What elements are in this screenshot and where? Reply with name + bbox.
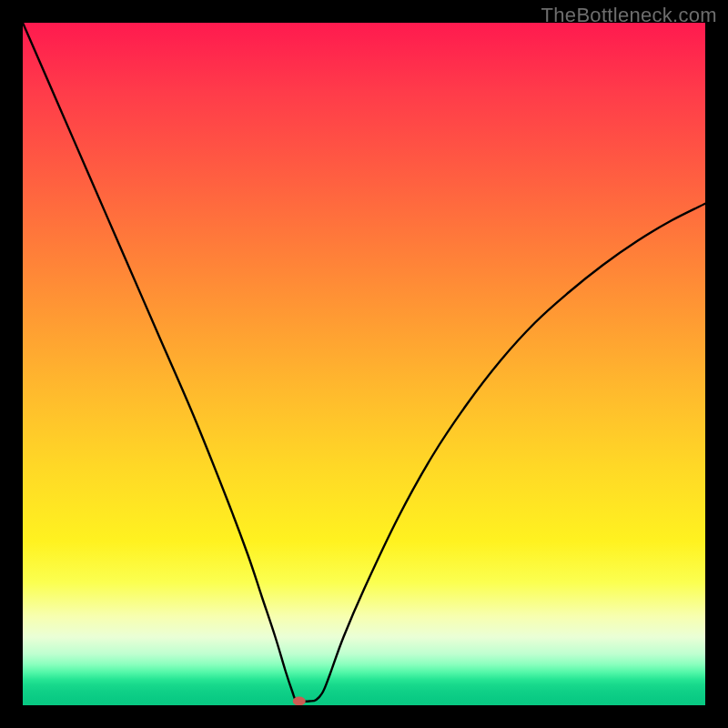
bottleneck-curve — [23, 23, 705, 702]
curve-layer — [23, 23, 705, 705]
plot-area — [23, 23, 705, 705]
watermark-text: TheBottleneck.com — [541, 4, 717, 27]
chart-frame: TheBottleneck.com — [0, 0, 728, 728]
